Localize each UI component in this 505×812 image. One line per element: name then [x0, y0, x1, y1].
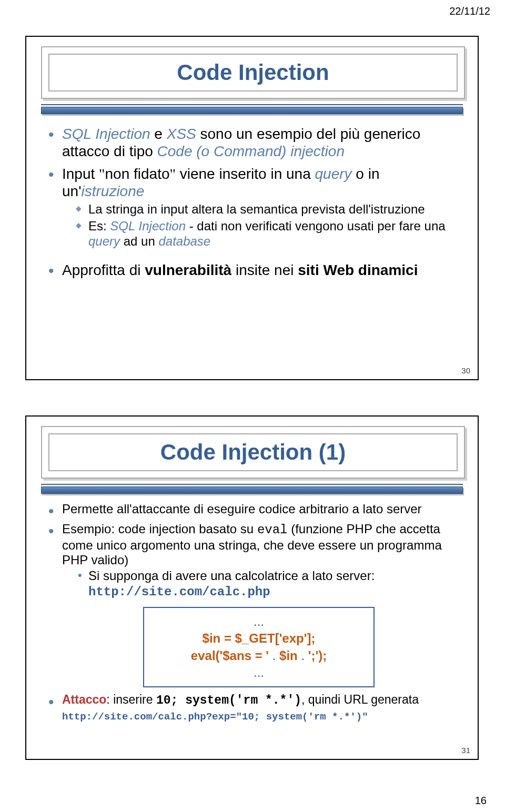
slide-code-injection-1: Code Injection (1) Permette all'attaccan…	[25, 415, 479, 760]
divider-bar	[41, 104, 463, 114]
slide-body: Permette all'attaccante di eseguire codi…	[48, 502, 456, 749]
divider-bar	[41, 484, 463, 494]
title-frame: Code Injection (1)	[41, 426, 465, 479]
slide-number: 30	[461, 366, 470, 375]
sub-bullet: Es: SQL Injection - dati non verificati …	[62, 219, 456, 249]
bullet: Permette all'attaccante di eseguire codi…	[48, 502, 456, 516]
page-date: 22/11/12	[449, 5, 490, 17]
code-box: ... $in = $_GET['exp']; eval('$ans = ' .…	[143, 607, 375, 688]
bullet: Esempio: code injection basato su eval (…	[48, 522, 456, 687]
page-number: 16	[475, 795, 487, 807]
bullet: Approfitta di vulnerabilità insite nei s…	[48, 261, 456, 279]
slide-title: Code Injection (1)	[160, 440, 346, 465]
bullet: Attacco: inserire 10; system('rm *.*'), …	[48, 693, 456, 723]
bullet: Input "non fidato" viene inserito in una…	[48, 165, 456, 249]
bullet: SQL Injection e XSS sono un esempio del …	[48, 125, 456, 160]
slide-body: SQL Injection e XSS sono un esempio del …	[48, 125, 456, 370]
sub-bullet: Si supponga di avere una calcolatrice a …	[62, 569, 456, 600]
sub-bullet: La stringa in input altera la semantica …	[62, 202, 456, 217]
slide-number: 31	[461, 746, 470, 755]
title-inner: Code Injection (1)	[48, 433, 458, 471]
slide-title: Code Injection	[177, 60, 329, 85]
title-frame: Code Injection	[41, 46, 465, 99]
title-inner: Code Injection	[48, 54, 458, 92]
slide-code-injection: Code Injection SQL Injection e XSS sono …	[25, 36, 479, 380]
